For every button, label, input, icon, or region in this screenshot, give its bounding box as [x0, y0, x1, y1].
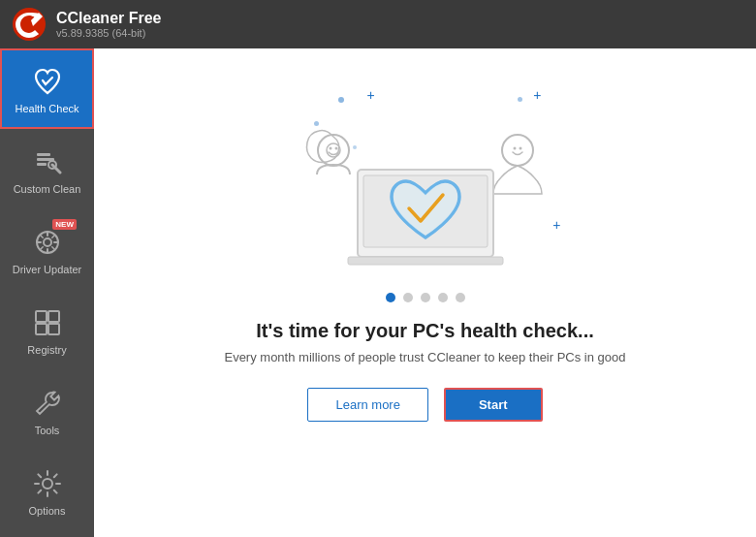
- sidebar-item-registry[interactable]: Registry: [0, 290, 94, 370]
- health-check-icon: [30, 64, 65, 99]
- dot-2[interactable]: [403, 293, 413, 302]
- deco-dot-2: [314, 121, 319, 126]
- button-row: Learn more Start: [307, 388, 542, 422]
- deco-dot-3: [353, 145, 357, 149]
- dot-5[interactable]: [456, 293, 465, 302]
- main-illustration-svg: [280, 73, 571, 276]
- app-title-block: CCleaner Free v5.89.9385 (64-bit): [56, 10, 162, 39]
- learn-more-button[interactable]: Learn more: [307, 388, 427, 422]
- sidebar-item-health-check[interactable]: Health Check: [0, 48, 94, 129]
- svg-rect-3: [37, 163, 47, 166]
- options-icon: [30, 466, 65, 501]
- svg-rect-8: [48, 311, 59, 322]
- carousel-dots: [386, 293, 465, 302]
- sidebar: Health Check Custom Clean NEW: [0, 48, 94, 537]
- content-area: + + +: [94, 48, 756, 537]
- start-button[interactable]: Start: [444, 388, 543, 422]
- svg-rect-7: [36, 311, 47, 322]
- title-bar: CCleaner Free v5.89.9385 (64-bit): [0, 0, 756, 48]
- sidebar-label-driver-updater: Driver Updater: [13, 264, 82, 275]
- sidebar-item-tools[interactable]: Tools: [0, 370, 94, 451]
- sidebar-label-tools: Tools: [35, 425, 60, 436]
- app-logo: [12, 7, 47, 42]
- sidebar-label-registry: Registry: [27, 344, 66, 356]
- svg-point-15: [334, 147, 337, 150]
- deco-plus-2: +: [533, 87, 541, 103]
- sidebar-label-options: Options: [29, 505, 66, 517]
- deco-plus-3: +: [552, 217, 560, 233]
- svg-rect-21: [348, 257, 503, 265]
- app-name: CCleaner Free: [56, 10, 162, 27]
- sidebar-label-health-check: Health Check: [15, 103, 79, 114]
- dot-1[interactable]: [386, 293, 395, 302]
- dot-3[interactable]: [421, 293, 430, 302]
- custom-clean-icon: [30, 144, 65, 179]
- svg-point-14: [329, 147, 331, 150]
- svg-rect-1: [37, 153, 50, 156]
- deco-dot-1: [338, 97, 344, 103]
- sidebar-item-driver-updater[interactable]: NEW Driver Updater: [0, 209, 94, 290]
- main-layout: Health Check Custom Clean NEW: [0, 48, 756, 537]
- new-badge: NEW: [52, 219, 77, 230]
- sidebar-label-custom-clean: Custom Clean: [14, 183, 81, 195]
- tools-icon: [30, 386, 65, 421]
- svg-rect-10: [48, 324, 59, 334]
- svg-point-12: [318, 135, 349, 166]
- illustration: + + +: [280, 68, 571, 281]
- app-version: v5.89.9385 (64-bit): [56, 27, 162, 39]
- content-headline: It's time for your PC's health check...: [256, 320, 594, 342]
- deco-dot-4: [518, 97, 522, 102]
- svg-rect-9: [36, 324, 47, 334]
- registry-icon: [30, 305, 65, 340]
- dot-4[interactable]: [438, 293, 448, 302]
- svg-point-16: [502, 135, 533, 166]
- svg-point-17: [513, 147, 516, 150]
- svg-point-18: [519, 147, 521, 150]
- svg-point-11: [43, 479, 52, 489]
- svg-point-6: [44, 238, 51, 246]
- content-subtext: Every month millions of people trust CCl…: [224, 350, 625, 364]
- sidebar-item-options[interactable]: Options: [0, 451, 94, 531]
- sidebar-item-custom-clean[interactable]: Custom Clean: [0, 129, 94, 209]
- deco-plus-1: +: [367, 87, 375, 103]
